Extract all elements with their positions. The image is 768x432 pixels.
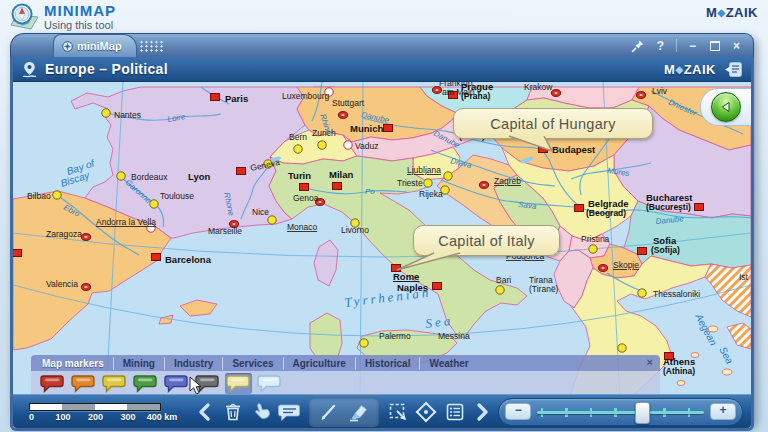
city-marker-yc — [318, 141, 326, 149]
marker-color-button-1[interactable] — [70, 373, 97, 394]
selection-tool-button[interactable] — [385, 398, 411, 425]
scale-bar — [29, 403, 161, 411]
map-label: Turin — [288, 170, 311, 181]
map-label: Bilbao — [27, 191, 51, 201]
compass-icon — [62, 41, 73, 52]
map-label: Bari — [496, 275, 511, 285]
minimap-window: miniMap ? − × — [10, 33, 754, 425]
map-label: Valencia — [46, 279, 78, 289]
map-label: Vaduz — [355, 141, 378, 151]
callout-capital-of-italy[interactable]: Capital of Italy — [413, 225, 560, 256]
map-label: Toulouse — [160, 191, 194, 201]
chevron-left-icon — [196, 402, 212, 422]
city-marker-yc — [638, 289, 646, 297]
minimize-button[interactable]: − — [686, 38, 699, 53]
marker-panel-tab-map-markers[interactable]: Map markers — [33, 357, 113, 370]
zoom-slider-track[interactable] — [537, 402, 704, 422]
back-button[interactable] — [711, 92, 741, 122]
move-view-button[interactable] — [413, 398, 439, 425]
tab-minimap[interactable]: miniMap — [53, 34, 137, 57]
map-canvas[interactable]: ParisNantesBordeauxToulouseBilbaoZaragoz… — [13, 82, 751, 394]
marker-panel-tab-historical[interactable]: Historical — [355, 357, 420, 370]
city-marker-yc — [444, 172, 452, 180]
help-button[interactable]: ? — [654, 38, 667, 53]
callout-capital-of-hungary[interactable]: Capital of Hungary — [453, 108, 653, 139]
zoom-slider-handle[interactable] — [635, 402, 650, 424]
marker-color-button-7[interactable] — [256, 373, 283, 394]
prev-button[interactable] — [191, 398, 217, 425]
marker-panel: Map markersMiningIndustryServicesAgricul… — [31, 355, 660, 394]
city-marker-yc — [589, 245, 597, 253]
zoom-in-button[interactable]: + — [710, 403, 736, 420]
marker-panel-tab-weather[interactable]: Weather — [419, 357, 477, 370]
brand-left: M — [706, 5, 717, 20]
city-marker-yc — [424, 179, 432, 187]
map-label: Munich — [350, 123, 383, 134]
maximize-icon — [710, 41, 720, 51]
titlebar-grip[interactable] — [139, 40, 165, 52]
map-label: Barcelona — [165, 254, 212, 265]
marker-color-button-6[interactable] — [225, 373, 252, 394]
zoom-track-line — [537, 411, 704, 414]
map-label: Genoa — [293, 193, 319, 203]
pan-button[interactable] — [248, 398, 274, 425]
hand-icon — [250, 401, 272, 423]
callout-tail — [509, 136, 555, 152]
pin-button[interactable] — [631, 38, 645, 53]
map-label: Bern — [289, 132, 307, 142]
marker-panel-tab-agriculture[interactable]: Agriculture — [283, 357, 355, 370]
brand-right: ZAIK — [726, 5, 758, 20]
speech-bubble-marker-icon — [226, 374, 251, 393]
pencil-tool-button[interactable] — [315, 398, 342, 425]
map-label: Po — [365, 187, 375, 196]
marker-panel-close-button[interactable]: × — [647, 356, 653, 368]
marker-panel-tab-mining[interactable]: Mining — [113, 357, 164, 370]
legend-button[interactable] — [441, 398, 467, 425]
comment-button[interactable] — [276, 398, 302, 425]
speech-bubble-marker-icon — [257, 374, 282, 393]
brand-diamond-icon: ◆ — [717, 7, 725, 18]
callout-tail — [390, 253, 462, 271]
zoom-out-button[interactable]: − — [505, 403, 531, 420]
greek-island — [677, 381, 685, 386]
city-marker-yc — [294, 145, 302, 153]
delete-button[interactable] — [219, 398, 245, 425]
marker-panel-tab-industry[interactable]: Industry — [164, 357, 222, 370]
marker-color-button-0[interactable] — [39, 373, 66, 394]
city-marker-sq — [237, 168, 246, 175]
map-label: (Athina) — [663, 366, 695, 376]
speech-bubble-marker-icon — [102, 374, 127, 393]
window-controls-divider — [676, 39, 677, 52]
marker-color-button-3[interactable] — [132, 373, 159, 394]
map-scale: 0100200300400 km — [27, 400, 175, 424]
map-label: (Beograd) — [586, 208, 626, 218]
speech-bubble-marker-icon — [40, 374, 65, 393]
notes-panel-icon[interactable] — [724, 61, 743, 78]
marker-color-button-4[interactable] — [163, 373, 190, 394]
app-title: MINIMAP — [44, 3, 116, 18]
back-tab — [700, 88, 751, 126]
map-label: (Tiranë) — [529, 284, 559, 294]
speech-bubble-marker-icon — [133, 374, 158, 393]
next-button[interactable] — [470, 398, 496, 425]
city-marker-yc — [496, 286, 504, 294]
city-marker-yc — [268, 216, 276, 224]
scale-labels: 0100200300400 km — [29, 412, 175, 423]
city-marker-yc — [150, 200, 158, 208]
window-titlebar: miniMap ? − × — [10, 33, 754, 57]
city-marker-wc — [344, 141, 352, 149]
scale-tick: 400 km — [147, 412, 178, 422]
close-button[interactable]: × — [730, 38, 743, 53]
maximize-button[interactable] — [708, 38, 721, 53]
map-label: Milan — [329, 169, 353, 180]
marker-color-button-2[interactable] — [101, 373, 128, 394]
city-marker-sq — [575, 205, 584, 212]
marker-panel-tabs: Map markersMiningIndustryServicesAgricul… — [31, 355, 660, 371]
highlighter-tool-button[interactable] — [346, 398, 373, 425]
marker-panel-tab-services[interactable]: Services — [222, 357, 282, 370]
scale-tick: 0 — [29, 412, 34, 422]
trash-icon — [222, 401, 244, 423]
map-label: Zaragoza — [46, 229, 82, 239]
map-label: Livorno — [341, 225, 369, 235]
greek-island — [722, 369, 732, 375]
